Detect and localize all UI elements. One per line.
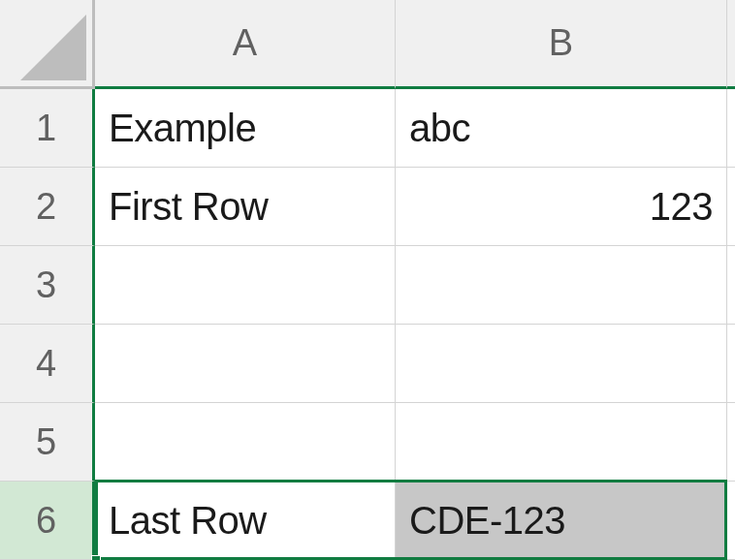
cell-B2[interactable]: 123 [396, 168, 727, 246]
row-edge [727, 246, 735, 325]
row-header-1[interactable]: 1 [0, 89, 95, 168]
cell-A4[interactable] [95, 325, 396, 403]
select-all-triangle-icon [20, 15, 86, 80]
column-edge [727, 0, 735, 89]
row-header-4[interactable]: 4 [0, 325, 95, 403]
row-header-6[interactable]: 6 [0, 482, 95, 560]
cell-A3[interactable] [95, 246, 396, 325]
row-edge [727, 325, 735, 403]
cell-A2[interactable]: First Row [95, 168, 396, 246]
cell-A5[interactable] [95, 403, 396, 482]
cell-A6[interactable]: Last Row [95, 482, 396, 560]
cell-B6[interactable]: CDE-123 [396, 482, 727, 560]
row-edge [727, 482, 735, 560]
row-header-3[interactable]: 3 [0, 246, 95, 325]
row-edge [727, 168, 735, 246]
cell-B1[interactable]: abc [396, 89, 727, 168]
cell-B3[interactable] [396, 246, 727, 325]
column-header-A[interactable]: A [95, 0, 396, 89]
column-header-B[interactable]: B [396, 0, 727, 89]
spreadsheet-grid: A B 1 Example abc 2 First Row 123 3 4 5 … [0, 0, 735, 560]
row-header-5[interactable]: 5 [0, 403, 95, 482]
cell-B5[interactable] [396, 403, 727, 482]
row-edge [727, 403, 735, 482]
row-edge [727, 89, 735, 168]
select-all-corner[interactable] [0, 0, 95, 89]
row-header-2[interactable]: 2 [0, 168, 95, 246]
cell-A1[interactable]: Example [95, 89, 396, 168]
selection-fill-handle[interactable] [91, 555, 101, 560]
cell-B4[interactable] [396, 325, 727, 403]
